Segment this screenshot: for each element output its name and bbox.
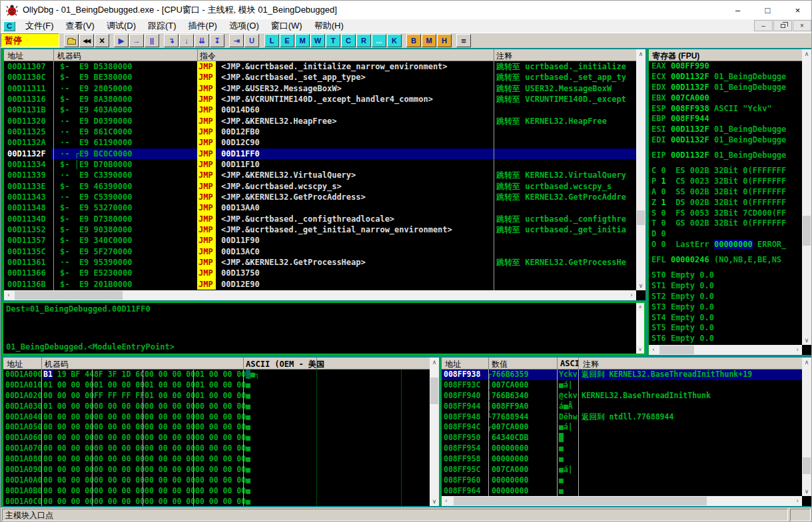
stack-row[interactable]: 008FF958 00000000 ■ bbox=[442, 454, 802, 465]
stack-row[interactable]: 008FF964 00000000 ■ bbox=[442, 486, 802, 496]
stack-row[interactable]: 008FF954 00000000 ■ bbox=[442, 443, 802, 454]
toolbar-letter-button[interactable]: L bbox=[264, 34, 279, 47]
register-row[interactable]: EAX 008FF990 bbox=[649, 61, 802, 72]
fpu-row[interactable]: ST2 Empty 0.0 bbox=[649, 292, 802, 302]
register-row[interactable]: EBP 008FF944 bbox=[649, 114, 802, 125]
disasm-row[interactable]: 00D1132A ·- E9 61190000 JMP 00D12C90 bbox=[4, 137, 636, 148]
register-row[interactable]: EDI 00D1132F 01_BeingDebugge bbox=[649, 135, 802, 146]
toolbar-letter-button[interactable]: M bbox=[422, 34, 436, 47]
disasm-row[interactable]: 00D11311 ·- E9 28050000 JMP <JMP.&USER32… bbox=[4, 83, 636, 94]
dump-row[interactable]: 00D1A0B0 00 00 00 00 00 00 00 00 00 00 0… bbox=[3, 486, 430, 497]
flag-row[interactable]: S 0 FS 0053 32Bit 7CD000(FF bbox=[649, 208, 802, 219]
flag-row[interactable]: Z 1 DS 002B 32Bit 0(FFFFFFF bbox=[649, 198, 802, 208]
scroll-up-icon[interactable]: ∧ bbox=[636, 303, 644, 311]
efl-row[interactable]: EFL 00000246 (NO,NB,E,BE,NS bbox=[649, 255, 802, 266]
pause-button[interactable]: || bbox=[145, 34, 159, 47]
execute-till-return-button[interactable]: ⇥ bbox=[229, 34, 244, 47]
stack-row[interactable]: 008FF938 ┌766B6359 Yckv 返回到 KERNEL32.Bas… bbox=[442, 370, 802, 380]
animate-into-button[interactable]: ↴ bbox=[164, 34, 179, 47]
stack-body[interactable]: 008FF938 ┌766B6359 Yckv 返回到 KERNEL32.Bas… bbox=[442, 370, 802, 496]
menu-item[interactable]: 文件(F) bbox=[19, 19, 60, 33]
disasm-row[interactable]: 00D11357 $- E9 340C0000 JMP 00D11F90 bbox=[4, 235, 636, 246]
flag-row[interactable]: C 0 ES 002B 32Bit 0(FFFFFFF bbox=[649, 166, 802, 176]
info-scrollbar[interactable]: ∧ ∨ bbox=[636, 303, 644, 354]
fpu-row[interactable]: ST1 Empty 0.0 bbox=[649, 281, 802, 292]
menu-item[interactable]: 帮助(H) bbox=[308, 19, 350, 33]
scroll-down-icon[interactable]: ∨ bbox=[802, 336, 811, 345]
flag-row[interactable]: D 0 bbox=[649, 229, 802, 240]
menu-item[interactable]: 查看(V) bbox=[60, 19, 101, 33]
fpu-row[interactable]: ST4 Empty 0.0 bbox=[649, 313, 802, 324]
stack-hscrollbar[interactable]: ‹ › bbox=[442, 496, 802, 506]
disasm-row[interactable]: 00D11307 $- E9 D5380000 JMP <JMP.&ucrtba… bbox=[4, 61, 636, 72]
dump-row[interactable]: 00D1A040 00 00 00 00 00 00 00 00 00 00 0… bbox=[3, 412, 430, 423]
scroll-down-icon[interactable]: ∨ bbox=[636, 281, 645, 290]
stack-row[interactable]: 008FF940 │766B6340 @ckv KERNEL32.BaseThr… bbox=[442, 391, 802, 401]
dump-pane[interactable]: 地址 机器码 ASCII (OEM - 美国 00D1A000 B1 19 BF… bbox=[2, 358, 439, 506]
mdi-restore-button[interactable] bbox=[773, 20, 792, 31]
cpu-window-icon[interactable]: C bbox=[3, 21, 15, 31]
flag-row[interactable]: A 0 SS 002B 32Bit 0(FFFFFFF bbox=[649, 187, 802, 198]
disasm-row[interactable]: 00D1136B $- E9 201B0000 JMP 00D12E90 bbox=[4, 279, 636, 290]
scroll-up-icon[interactable]: ∧ bbox=[802, 358, 811, 367]
disasm-row[interactable]: 00D11343 ·- E9 C5390000 JMP <JMP.&KERNEL… bbox=[4, 192, 636, 202]
disasm-body[interactable]: 00D11307 $- E9 D5380000 JMP <JMP.&ucrtba… bbox=[4, 61, 636, 290]
toolbar-letter-button[interactable]: R bbox=[356, 34, 371, 47]
disasm-hscrollbar[interactable]: ‹ › bbox=[4, 290, 636, 300]
scroll-down-icon[interactable]: ∨ bbox=[802, 487, 811, 496]
execute-till-user-button[interactable]: U bbox=[244, 34, 259, 47]
register-row[interactable]: EDX 00D1132F 01_BeingDebugge bbox=[649, 83, 802, 93]
disasm-row[interactable]: 00D1131B $- E9 403A0000 JMP 00D14D60 bbox=[4, 105, 636, 115]
fpu-row[interactable]: ST5 Empty 0.0 bbox=[649, 323, 802, 334]
register-row[interactable]: ESI 00D1132F 01_BeingDebugge bbox=[649, 125, 802, 135]
dump-row[interactable]: 00D1A050 00 00 00 00 00 00 00 00 00 00 0… bbox=[3, 422, 430, 433]
disasm-row[interactable]: 00D1134D $- E9 D7380000 JMP <JMP.&ucrtba… bbox=[4, 214, 636, 224]
dump-row[interactable]: 00D1A020 00 00 00 00 FF FF FF FF 01 00 0… bbox=[3, 391, 430, 401]
stack-row[interactable]: 008FF94C ┌007CA000 ■á| bbox=[442, 422, 802, 433]
disasm-row[interactable]: 00D11361 ·- E9 95390000 JMP <JMP.&KERNEL… bbox=[4, 257, 636, 268]
fpu-row[interactable]: ST6 Empty 0.0 bbox=[649, 334, 802, 344]
fpu-row[interactable]: ST0 Empty 0.0 bbox=[649, 270, 802, 281]
disasm-vscrollbar[interactable]: ∧ ∨ bbox=[636, 49, 645, 290]
stack-pane[interactable]: 地址 数值 ASCI 注释 008FF938 ┌766B6359 Yckv 返回… bbox=[440, 358, 811, 506]
disasm-row[interactable]: 00D11334 $- │E9 D70B0000 JMP 00D11F10 bbox=[4, 159, 636, 170]
stack-row[interactable]: 008FF950 64340CDB █ bbox=[442, 433, 802, 443]
registers-vscrollbar[interactable]: ∧ ∨ bbox=[802, 49, 811, 345]
flag-row[interactable]: P 1 CS 0023 32Bit 0(FFFFFFF bbox=[649, 176, 802, 187]
disasm-row[interactable]: 00D1130C $- E9 BE380000 JMP <JMP.&ucrtba… bbox=[4, 72, 636, 83]
scroll-up-icon[interactable]: ∧ bbox=[802, 49, 811, 59]
restart-button[interactable]: ◀◀ bbox=[79, 34, 94, 47]
windows-list-button[interactable]: ≡ bbox=[456, 34, 471, 47]
dump-body[interactable]: 00D1A000 B1 19 BF 44 8F 3F 1D 6C 00 00 0… bbox=[3, 370, 430, 506]
scroll-down-icon[interactable]: ∨ bbox=[430, 497, 439, 506]
disassembler-pane[interactable]: 地址 机器码 指令 注释 00D11307 $- E9 D5380000 JMP… bbox=[2, 49, 645, 300]
register-row[interactable]: EBX 007CA000 bbox=[649, 93, 802, 104]
step-run-button[interactable]: → bbox=[129, 34, 144, 47]
stack-row[interactable]: 008FF960 00000000 ■ bbox=[442, 475, 802, 486]
registers-body[interactable]: EAX 008FF990 ECX 00D1132F 01_BeingDebugg… bbox=[649, 61, 802, 345]
scroll-down-icon[interactable]: ∨ bbox=[636, 346, 644, 354]
dump-row[interactable]: 00D1A080 00 00 00 00 00 00 00 00 00 00 0… bbox=[3, 454, 430, 465]
scroll-right-icon[interactable]: › bbox=[793, 496, 802, 505]
stack-row[interactable]: 008FF95C 007CA000 ■á| bbox=[442, 465, 802, 475]
minimize-button[interactable]: – bbox=[723, 1, 753, 19]
toolbar-letter-button[interactable]: H bbox=[437, 34, 452, 47]
toolbar-letter-button[interactable]: ... bbox=[372, 34, 386, 47]
mdi-close-button[interactable]: × bbox=[793, 20, 811, 31]
toolbar-letter-button[interactable]: C bbox=[341, 34, 356, 47]
disasm-row[interactable]: 00D11348 $- E9 53270000 JMP 00D13AA0 bbox=[4, 202, 636, 213]
toolbar-letter-button[interactable]: E bbox=[280, 34, 294, 47]
dump-row[interactable]: 00D1A070 00 00 00 00 00 00 00 00 00 00 0… bbox=[3, 443, 430, 454]
disasm-row[interactable]: 00D11325 ·- E9 861C0000 JMP 00D12FB0 bbox=[4, 127, 636, 137]
dump-row[interactable]: 00D1A0A0 00 00 00 00 00 00 00 00 00 00 0… bbox=[3, 475, 430, 486]
toolbar-letter-button[interactable]: M bbox=[295, 34, 310, 47]
scroll-right-icon[interactable]: › bbox=[627, 290, 636, 300]
dump-row[interactable]: 00D1A090 00 00 00 00 00 00 00 00 00 00 0… bbox=[3, 465, 430, 475]
dump-row[interactable]: 00D1A010 01 00 00 00 01 00 00 00 01 00 0… bbox=[3, 380, 430, 391]
close-program-button[interactable]: × bbox=[95, 34, 109, 47]
disasm-row[interactable]: 00D11339 ·- E9 C3390000 JMP <JMP.&KERNEL… bbox=[4, 170, 636, 180]
fpu-row[interactable]: ST3 Empty 0.0 bbox=[649, 302, 802, 313]
disasm-row[interactable]: 00D11366 $- E9 E5230000 JMP 00D13750 bbox=[4, 268, 636, 278]
registers-pane[interactable]: 寄存器 (FPU) EAX 008FF990 ECX 00D1132F 01_B… bbox=[647, 49, 811, 355]
disasm-row[interactable]: 00D1135C $- E9 5F270000 JMP 00D13AC0 bbox=[4, 246, 636, 257]
